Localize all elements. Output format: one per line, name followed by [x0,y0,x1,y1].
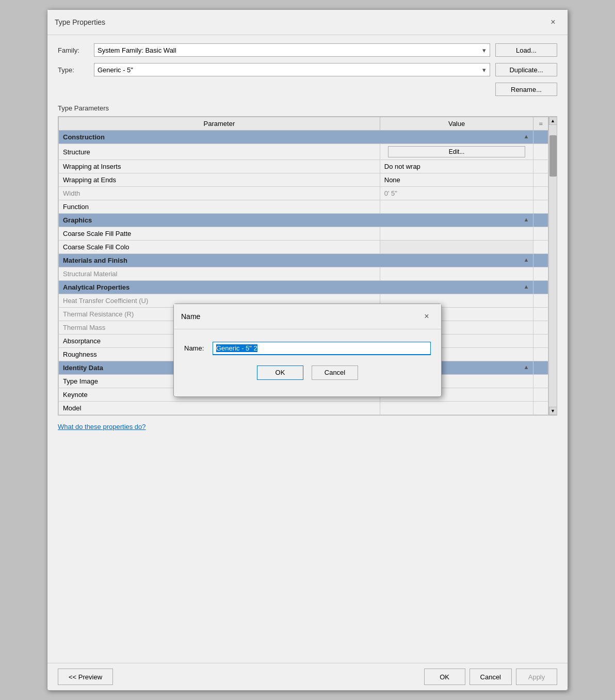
name-ok-button[interactable]: OK [257,365,303,380]
name-dialog-close[interactable]: × [419,309,434,324]
name-dialog-buttons: OK Cancel [184,365,431,388]
name-field-label: Name: [184,344,213,352]
name-dialog-titlebar: Name × [174,304,441,329]
name-dialog-title: Name [181,312,200,321]
name-input-field[interactable] [213,342,431,355]
name-dialog: Name × Name: OK Cancel [173,304,442,397]
modal-overlay: Name × Name: OK Cancel [47,10,568,690]
name-cancel-button[interactable]: Cancel [312,365,358,380]
name-dialog-body: Name: OK Cancel [174,329,441,396]
type-properties-dialog: Type Properties × Family: System Family:… [47,9,568,691]
name-input-row: Name: [184,342,431,355]
